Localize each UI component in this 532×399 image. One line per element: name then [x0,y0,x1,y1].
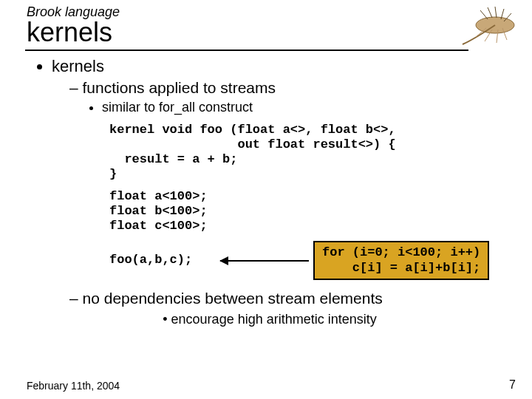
bullet-no-deps: no dependencies between stream elements [69,290,502,307]
slide-title: kernels [27,17,532,48]
equivalence-row: foo(a,b,c); for (i=0; i<100; i++) c[i] =… [109,241,502,281]
bullet-text: kernels [52,57,104,75]
logo-image [458,3,525,49]
bullet-forall: similar to for_all construct [102,100,502,115]
bullet-kernels: kernels functions applied to streams sim… [52,57,502,307]
code-stream-decls: float a<100>; float b<100>; float c<100>… [109,189,502,233]
title-rule [25,50,468,51]
content-area: kernels functions applied to streams sim… [0,57,532,327]
bullet-text: functions applied to streams [83,79,276,96]
bullet-arithmetic: • encourage high arithmetic intensity [37,312,502,327]
code-call: foo(a,b,c); [109,253,192,267]
arrow-left-icon [220,260,309,262]
code-for-loop: for (i=0; i<100; i++) c[i] = a[i]+b[i]; [313,241,489,280]
footer-page-number: 7 [509,378,516,392]
footer-date: February 11th, 2004 [27,380,120,392]
bullet-text: no dependencies between stream elements [83,290,383,307]
code-kernel-def: kernel void foo (float a<>, float b<>, o… [109,123,502,182]
bullet-text: encourage high arithmetic intensity [171,312,377,327]
bullet-functions-streams: functions applied to streams similar to … [69,79,502,281]
